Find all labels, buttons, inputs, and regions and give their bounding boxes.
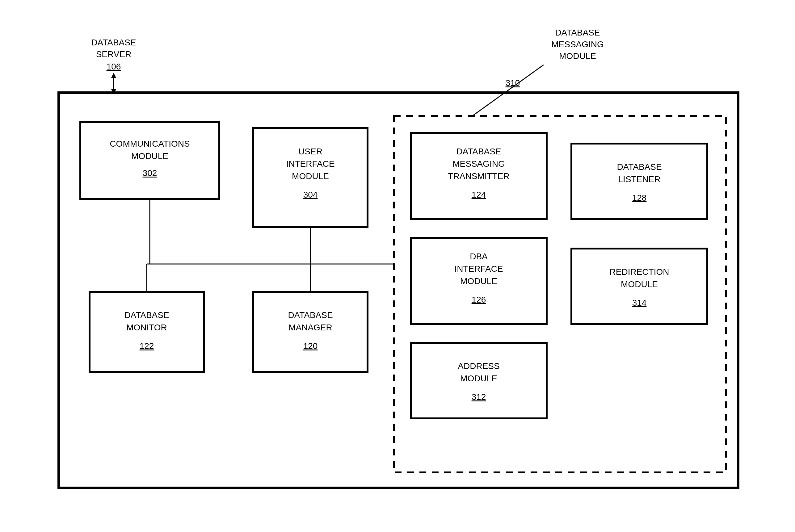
messaging-module-label-line3: MODULE bbox=[559, 51, 596, 61]
database-manager-line2: MANAGER bbox=[288, 323, 332, 332]
database-monitor-ref: 122 bbox=[139, 341, 154, 351]
communications-module-line2: MODULE bbox=[131, 151, 168, 161]
database-monitor-box: DATABASE MONITOR 122 bbox=[90, 292, 204, 372]
redirection-module-line2: MODULE bbox=[621, 280, 658, 289]
database-monitor-line1: DATABASE bbox=[124, 310, 169, 320]
server-label-arrow bbox=[111, 73, 116, 94]
user-interface-module-ref: 304 bbox=[303, 190, 318, 200]
dba-interface-line1: DBA bbox=[470, 252, 488, 261]
database-listener-line2: LISTENER bbox=[618, 174, 661, 184]
messaging-transmitter-line3: TRANSMITTER bbox=[448, 171, 509, 181]
messaging-module-label: DATABASE MESSAGING MODULE 310 bbox=[506, 28, 604, 88]
database-listener-ref: 128 bbox=[632, 193, 647, 203]
diagram-canvas: DATABASE SERVER 106 DATABASE MESSAGING M… bbox=[0, 0, 795, 532]
database-monitor-line2: MONITOR bbox=[126, 323, 167, 332]
messaging-module-label-line1: DATABASE bbox=[555, 28, 600, 37]
redirection-module-ref: 314 bbox=[632, 298, 647, 307]
messaging-module-label-line2: MESSAGING bbox=[551, 39, 604, 49]
connector-lines bbox=[147, 199, 394, 292]
messaging-label-leadline bbox=[473, 65, 544, 116]
redirection-module-box: REDIRECTION MODULE 314 bbox=[571, 249, 707, 324]
database-listener-line1: DATABASE bbox=[617, 162, 662, 172]
address-module-ref: 312 bbox=[472, 392, 486, 402]
communications-module-line1: COMMUNICATIONS bbox=[110, 139, 190, 149]
database-server-label: DATABASE SERVER 106 bbox=[91, 38, 136, 71]
user-interface-module-box: USER INTERFACE MODULE 304 bbox=[253, 128, 367, 227]
svg-marker-1 bbox=[111, 73, 116, 78]
messaging-transmitter-ref: 124 bbox=[472, 190, 486, 200]
communications-module-box: COMMUNICATIONS MODULE 302 bbox=[80, 122, 219, 199]
dba-interface-ref: 126 bbox=[472, 295, 486, 304]
database-server-label-line2: SERVER bbox=[96, 50, 132, 59]
database-listener-box: DATABASE LISTENER 128 bbox=[571, 144, 707, 219]
dba-interface-line3: MODULE bbox=[460, 276, 497, 286]
database-manager-line1: DATABASE bbox=[288, 310, 333, 320]
user-interface-module-line3: MODULE bbox=[292, 171, 329, 181]
dba-interface-module-box: DBA INTERFACE MODULE 126 bbox=[411, 238, 547, 324]
database-manager-box: DATABASE MANAGER 120 bbox=[253, 292, 367, 372]
messaging-transmitter-line2: MESSAGING bbox=[453, 159, 505, 169]
database-manager-ref: 120 bbox=[303, 341, 318, 351]
messaging-transmitter-box: DATABASE MESSAGING TRANSMITTER 124 bbox=[411, 133, 547, 219]
database-server-label-ref: 106 bbox=[107, 62, 121, 71]
dba-interface-line2: INTERFACE bbox=[454, 264, 503, 273]
communications-module-ref: 302 bbox=[143, 168, 157, 178]
messaging-transmitter-line1: DATABASE bbox=[456, 147, 501, 156]
address-module-box: ADDRESS MODULE 312 bbox=[411, 343, 547, 418]
user-interface-module-line2: INTERFACE bbox=[286, 159, 335, 169]
address-module-line2: MODULE bbox=[460, 374, 497, 383]
redirection-module-line1: REDIRECTION bbox=[610, 267, 669, 277]
address-module-line1: ADDRESS bbox=[458, 361, 499, 371]
user-interface-module-line1: USER bbox=[298, 147, 322, 156]
database-server-label-line1: DATABASE bbox=[91, 38, 136, 47]
